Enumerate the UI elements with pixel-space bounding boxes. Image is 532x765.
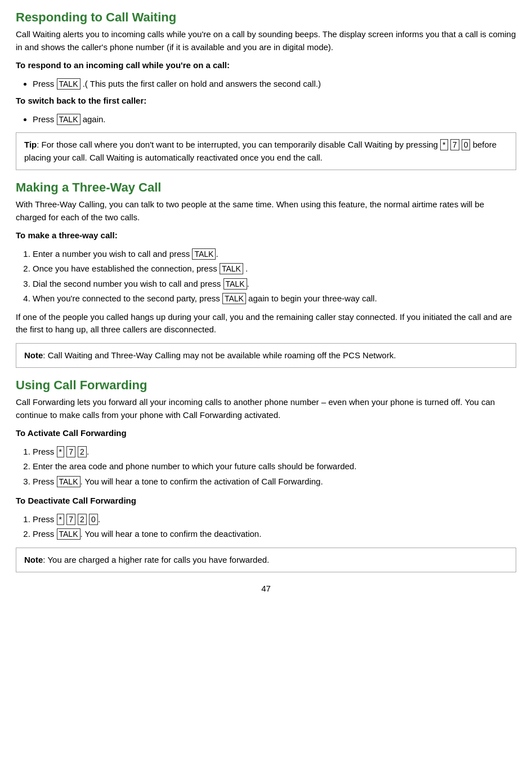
section3-deactivate-label: To Deactivate Call Forwarding	[16, 495, 516, 508]
section2-steps-list: Enter a number you wish to call and pres…	[33, 248, 516, 305]
section2-title: Making a Three-Way Call	[16, 180, 516, 195]
section3-activate-label: To Activate Call Forwarding	[16, 427, 516, 440]
deactivate-bold: To Deactivate Call Forwarding	[16, 496, 136, 505]
section1-sub1-list: Press TALK .( This puts the first caller…	[33, 78, 516, 91]
section1-sub1-label: To respond to an incoming call while you…	[16, 59, 516, 72]
star-btn-d1: *	[57, 514, 64, 525]
step-2: Once you have established the connection…	[33, 263, 516, 275]
seven-btn-d1: 7	[66, 514, 75, 525]
section1-title: Responding to Call Waiting	[16, 10, 516, 25]
note-box-2: Note: You are charged a higher rate for …	[16, 548, 516, 573]
sub1-bold: To respond to an incoming call while you…	[16, 60, 230, 70]
star-btn-a1: *	[57, 446, 64, 457]
step-4: When you're connected to the second part…	[33, 292, 516, 305]
activate-step-1: Press * 7 2.	[33, 446, 516, 459]
activate-step-2: Enter the area code and phone number to …	[33, 460, 516, 473]
sub2-bold: To switch back to the first caller:	[16, 96, 146, 105]
note1-text: : Call Waiting and Three-Way Calling may…	[43, 350, 396, 360]
section1-sub2-item: Press TALK again.	[33, 113, 516, 126]
star-btn-tip: *	[440, 139, 448, 150]
tip-label: Tip	[24, 140, 37, 149]
note1-label: Note	[24, 350, 43, 360]
section1-sub1-item: Press TALK .( This puts the first caller…	[33, 78, 516, 91]
section3-title: Using Call Forwarding	[16, 378, 516, 393]
page-number: 47	[16, 584, 516, 593]
section1-sub2-label: To switch back to the first caller:	[16, 95, 516, 108]
deactivate-step-2: Press TALK. You will hear a tone to conf…	[33, 528, 516, 541]
talk-btn-2: TALK	[57, 114, 81, 125]
talk-btn-s4: TALK	[222, 293, 246, 304]
seven-btn-a1: 7	[66, 446, 75, 457]
section2-extra: If one of the people you called hangs up…	[16, 311, 516, 336]
zero-btn-d1: 0	[89, 514, 98, 525]
deactivate-step-1: Press * 7 2 0.	[33, 513, 516, 526]
activate-step-3: Press TALK. You will hear a tone to conf…	[33, 475, 516, 488]
talk-btn-s1: TALK	[192, 248, 216, 260]
section2-steps-label: To make a three-way call:	[16, 229, 516, 242]
tip-colon: : For those call where you don't want to…	[24, 140, 497, 162]
talk-btn-d2: TALK	[57, 528, 81, 540]
zero-btn-tip: 0	[462, 139, 471, 150]
two-btn-d1: 2	[78, 514, 87, 525]
seven-btn-tip: 7	[450, 139, 459, 150]
section2-intro: With Three-Way Calling, you can talk to …	[16, 198, 516, 224]
section-three-way: Making a Three-Way Call With Three-Way C…	[16, 180, 516, 368]
talk-btn-a3: TALK	[57, 476, 81, 487]
note-box-1: Note: Call Waiting and Three-Way Calling…	[16, 343, 516, 368]
talk-btn-s2: TALK	[220, 263, 243, 274]
section1-sub2-list: Press TALK again.	[33, 113, 516, 126]
step-3: Dial the second number you wish to call …	[33, 278, 516, 291]
section-call-waiting: Responding to Call Waiting Call Waiting …	[16, 10, 516, 170]
deactivate-steps-list: Press * 7 2 0. Press TALK. You will hear…	[33, 513, 516, 541]
tip-box: Tip: For those call where you don't want…	[16, 132, 516, 170]
two-btn-a1: 2	[78, 446, 87, 457]
talk-btn-s3: TALK	[223, 278, 247, 290]
section1-intro: Call Waiting alerts you to incoming call…	[16, 28, 516, 54]
note2-label: Note	[24, 555, 43, 564]
note2-text: : You are charged a higher rate for call…	[43, 555, 269, 564]
activate-bold: To Activate Call Forwarding	[16, 428, 127, 438]
step-1: Enter a number you wish to call and pres…	[33, 248, 516, 261]
section-call-forwarding: Using Call Forwarding Call Forwarding le…	[16, 378, 516, 572]
activate-steps-list: Press * 7 2. Enter the area code and pho…	[33, 446, 516, 488]
section3-intro: Call Forwarding lets you forward all you…	[16, 396, 516, 421]
talk-btn-1: TALK	[57, 78, 81, 90]
steps-bold: To make a three-way call:	[16, 230, 118, 240]
